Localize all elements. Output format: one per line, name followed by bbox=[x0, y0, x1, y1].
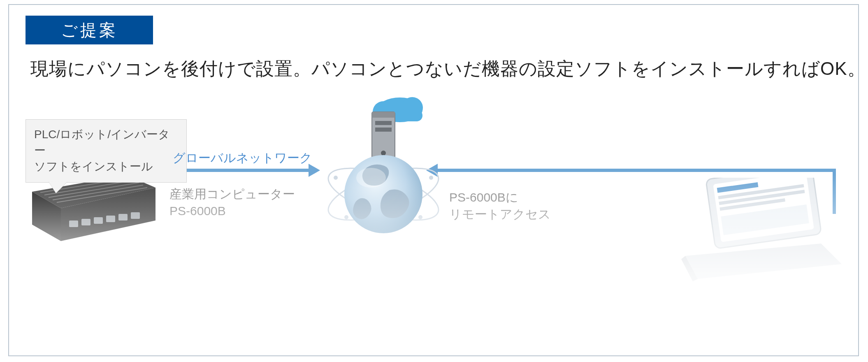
install-callout-line1: PLC/ロボット/インバーター bbox=[34, 126, 178, 158]
svg-rect-8 bbox=[69, 220, 78, 227]
svg-rect-20 bbox=[375, 121, 392, 125]
svg-rect-9 bbox=[81, 219, 91, 225]
laptop-icon bbox=[673, 178, 846, 285]
cloud-server-globe-icon bbox=[322, 95, 445, 252]
industrial-pc-label: 産業用コンピューター PS-6000B bbox=[169, 186, 295, 219]
svg-point-30 bbox=[356, 168, 386, 188]
headline-text: 現場にパソコンを後付けで設置。パソコンとつないだ機器の設定ソフトをインストールす… bbox=[30, 57, 846, 81]
svg-rect-10 bbox=[94, 217, 103, 224]
svg-point-28 bbox=[418, 215, 422, 219]
svg-rect-11 bbox=[106, 216, 115, 222]
svg-rect-13 bbox=[131, 212, 140, 219]
proposal-badge: ご提案 bbox=[26, 16, 153, 44]
svg-marker-38 bbox=[685, 244, 842, 279]
proposal-badge-text: ご提案 bbox=[61, 19, 118, 42]
svg-point-27 bbox=[344, 215, 348, 219]
remote-access-label-line1: PS-6000Bに bbox=[449, 189, 551, 206]
global-network-label: グローバルネットワーク bbox=[173, 150, 312, 167]
install-callout-line2: ソフトをインストール bbox=[34, 158, 178, 174]
remote-access-label: PS-6000Bに リモートアクセス bbox=[449, 189, 551, 223]
svg-point-26 bbox=[429, 176, 433, 180]
svg-point-22 bbox=[381, 151, 386, 155]
remote-access-label-line2: リモートアクセス bbox=[449, 206, 551, 223]
industrial-pc-label-line1: 産業用コンピューター bbox=[169, 186, 295, 203]
connector-right bbox=[437, 169, 836, 172]
globe-icon bbox=[344, 155, 422, 233]
install-callout: PLC/ロボット/インバーター ソフトをインストール bbox=[26, 119, 187, 183]
server-icon bbox=[372, 112, 395, 161]
diagram-frame: ご提案 現場にパソコンを後付けで設置。パソコンとつないだ機器の設定ソフトをインス… bbox=[8, 4, 859, 356]
industrial-pc-label-line2: PS-6000B bbox=[169, 203, 295, 220]
svg-rect-21 bbox=[375, 128, 392, 132]
svg-point-25 bbox=[334, 176, 338, 180]
svg-rect-12 bbox=[118, 214, 128, 220]
svg-rect-19 bbox=[372, 112, 395, 118]
